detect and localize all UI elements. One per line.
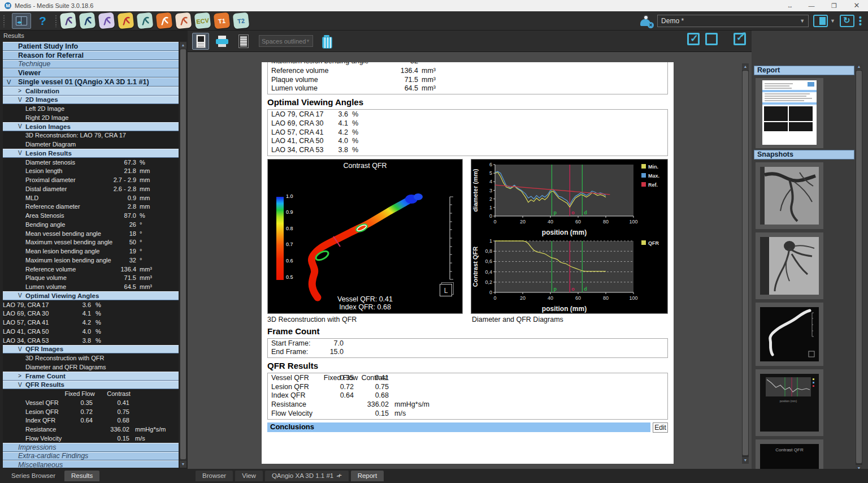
trash-icon[interactable] bbox=[322, 35, 331, 48]
tree-result-row[interactable]: Lumen volume64.5mm³ bbox=[3, 282, 179, 291]
edit-button[interactable]: Edit bbox=[653, 422, 668, 433]
tree-result-row[interactable]: Bending angle26° bbox=[3, 220, 179, 229]
tree-item[interactable]: Right 2D Image bbox=[3, 113, 179, 122]
tree-result-row[interactable]: Mean vessel bending angle18° bbox=[3, 229, 179, 238]
tree-table-row[interactable]: Vessel QFR0.350.41 bbox=[3, 398, 179, 407]
tree-table-row[interactable]: Index QFR0.640.68 bbox=[3, 416, 179, 425]
snapshot-contrast-qfr[interactable]: Contrast QFR bbox=[756, 439, 823, 469]
snapshot-diameter-diagram[interactable]: position (mm) bbox=[756, 369, 823, 436]
preset-dropdown[interactable]: Demo * ▼ bbox=[657, 15, 809, 27]
report-section-header[interactable]: Report bbox=[754, 66, 854, 75]
tree-table-row[interactable]: Flow Velocity0.15m/s bbox=[3, 434, 179, 443]
scroll-down-icon[interactable]: ▼ bbox=[180, 461, 186, 468]
pin-icon[interactable]: ✗ bbox=[336, 472, 343, 480]
save-layout-chevron-icon[interactable]: ▼ bbox=[830, 18, 835, 24]
tree-result-row[interactable]: LAO 79, CRA 173.6% bbox=[3, 300, 179, 309]
app-icon-purple[interactable] bbox=[98, 12, 115, 29]
tree-section-header[interactable]: Patient Study Info bbox=[3, 42, 179, 51]
app-icon-t1[interactable]: T1 bbox=[213, 12, 230, 29]
minimize-button[interactable]: — bbox=[800, 0, 823, 11]
tree-result-row[interactable]: Diameter stenosis67.3% bbox=[3, 158, 179, 167]
app-icon-heart[interactable] bbox=[136, 12, 153, 29]
print-button[interactable] bbox=[214, 33, 231, 50]
tree-item[interactable]: 3D Reconstruction with QFR bbox=[3, 353, 179, 363]
tree-result-row[interactable]: Reference volume136.4mm³ bbox=[3, 265, 179, 274]
tree-result-row[interactable]: LAO 57, CRA 414.2% bbox=[3, 318, 179, 327]
tree-section-header[interactable]: Technique bbox=[3, 60, 179, 69]
sidebar-scrollbar[interactable]: ▲ ▼ bbox=[180, 42, 186, 468]
tree-item[interactable]: Diameter Diagram bbox=[3, 140, 179, 149]
help-icon[interactable]: ? bbox=[39, 14, 46, 28]
user-session-icon[interactable]: ✕ bbox=[639, 15, 653, 27]
tree-section-header[interactable]: Viewer bbox=[3, 68, 179, 77]
app-icon-vessel-orange[interactable] bbox=[155, 12, 172, 29]
tree-subsection-header[interactable]: VQFR Results bbox=[3, 381, 179, 390]
orientation-cube-icon[interactable]: L bbox=[440, 284, 452, 296]
resize-arrows-icon[interactable]: ↔ bbox=[780, 0, 800, 11]
main-scrollbar[interactable]: ▲ ▼ bbox=[742, 63, 749, 464]
tree-subsection-header[interactable]: >Frame Count bbox=[3, 372, 179, 381]
tree-table-row[interactable]: Lesion QFR0.720.75 bbox=[3, 407, 179, 416]
tree-item[interactable]: Diameter and QFR Diagrams bbox=[3, 363, 179, 372]
report-view-button[interactable] bbox=[192, 33, 209, 50]
tab-series-browser[interactable]: Series Browser bbox=[5, 471, 62, 481]
overflow-menu-icon[interactable]: ••• bbox=[859, 16, 863, 26]
tree-result-row[interactable]: Maximum vessel bending angle50° bbox=[3, 238, 179, 247]
tree-result-row[interactable]: Maximum lesion bending angle32° bbox=[3, 256, 179, 265]
tree-subsection-header[interactable]: VLesion Results bbox=[3, 149, 179, 158]
tree-subsection-header[interactable]: VLesion Images bbox=[3, 122, 179, 131]
spaces-dropdown[interactable]: Spaces outlined ▼ bbox=[259, 35, 313, 47]
tree-subsection-header[interactable]: >Calibration bbox=[3, 87, 179, 96]
tree-section-header[interactable]: Extra-cardiac Findings bbox=[3, 452, 179, 461]
tab-results[interactable]: Results bbox=[64, 471, 99, 481]
tree-subsection-header[interactable]: V2D Images bbox=[3, 96, 179, 105]
tree-result-row[interactable]: LAO 69, CRA 304.1% bbox=[3, 309, 179, 318]
toolbar-grip[interactable] bbox=[3, 15, 6, 27]
tree-item[interactable]: Left 2D Image bbox=[3, 104, 179, 113]
tree-result-row[interactable]: Area Stenosis87.0% bbox=[3, 211, 179, 220]
scroll-up-icon[interactable]: ▲ bbox=[856, 63, 862, 70]
tab-browser[interactable]: Browser bbox=[196, 471, 233, 481]
snapshots-section-header[interactable]: Snapshots bbox=[754, 150, 854, 159]
tree-result-row[interactable]: Proximal diameter2.7 - 2.9mm bbox=[3, 175, 179, 184]
snapshot-angiogram-1[interactable] bbox=[756, 162, 823, 229]
save-layout-button[interactable] bbox=[813, 15, 828, 27]
deselect-checkbox-icon[interactable] bbox=[705, 33, 718, 45]
tree-subsection-header[interactable]: VQFR Images bbox=[3, 345, 179, 354]
scroll-up-icon[interactable]: ▲ bbox=[742, 63, 749, 70]
tree-result-row[interactable]: Reference diameter2.8mm bbox=[3, 202, 179, 212]
tree-item[interactable]: 3D Reconstruction: LAO 79, CRA 17 bbox=[3, 131, 179, 140]
app-icon-tulip[interactable] bbox=[59, 12, 76, 29]
tree-result-row[interactable]: Plaque volume71.5mm³ bbox=[3, 274, 179, 283]
tree-section-header[interactable]: VSingle vessel 01 (QAngio XA 3D 1.1 #1) bbox=[3, 77, 179, 87]
tab-qangio-xa-3d-1-1-1[interactable]: QAngio XA 3D 1.1 #1✗ bbox=[265, 471, 349, 481]
tree-result-row[interactable]: Mean lesion bending angle19° bbox=[3, 247, 179, 256]
export-check-icon[interactable] bbox=[734, 33, 746, 45]
select-all-checkbox-icon[interactable] bbox=[687, 33, 700, 45]
tree-result-row[interactable]: Lesion length21.8mm bbox=[3, 167, 179, 176]
app-icon-ecv[interactable]: ECV bbox=[194, 12, 211, 29]
text-report-button[interactable] bbox=[235, 33, 252, 50]
tree-subsection-header[interactable]: VOptimal Viewing Angles bbox=[3, 291, 179, 300]
snapshot-angiogram-2[interactable] bbox=[756, 232, 823, 299]
app-icon-t2[interactable]: T2 bbox=[232, 12, 249, 29]
close-button[interactable]: ✕ bbox=[845, 0, 868, 11]
tab-view[interactable]: View bbox=[235, 471, 263, 481]
report-thumbnail[interactable] bbox=[756, 78, 823, 148]
layout-button[interactable] bbox=[12, 13, 31, 29]
tree-result-row[interactable]: Distal diameter2.6 - 2.8mm bbox=[3, 184, 179, 193]
tree-section-header[interactable]: Reason for Referral bbox=[3, 51, 179, 60]
scroll-down-icon[interactable]: ▼ bbox=[742, 457, 749, 464]
maximize-button[interactable]: ❐ bbox=[823, 0, 845, 11]
toolbar-grip-2[interactable] bbox=[55, 15, 58, 27]
snapshot-3d-vessel[interactable] bbox=[756, 303, 823, 366]
tree-result-row[interactable]: LAO 34, CRA 533.8% bbox=[3, 336, 179, 345]
tab-report[interactable]: Report bbox=[351, 471, 384, 481]
tree-section-header[interactable]: Miscellaneous bbox=[3, 460, 179, 468]
reset-layout-button[interactable] bbox=[840, 15, 854, 27]
app-icon-vessel-white[interactable] bbox=[175, 12, 192, 29]
tree-table-row[interactable]: Resistance336.02mmHg*s/m bbox=[3, 425, 179, 434]
tree-result-row[interactable]: MLD0.9mm bbox=[3, 193, 179, 202]
tree-section-header[interactable]: Impressions bbox=[3, 443, 179, 452]
app-icon-capsule[interactable] bbox=[117, 12, 134, 29]
